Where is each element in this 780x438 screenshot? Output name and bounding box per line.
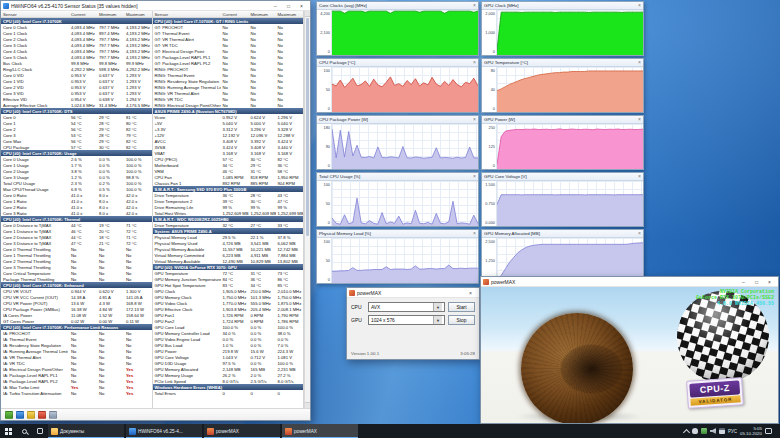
- sensor-row[interactable]: Core 2 Usage3.8 %0.0 %100.0 %: [1, 168, 152, 174]
- sensor-row[interactable]: IA: Max Turbo LimitYesNoYes: [1, 384, 152, 390]
- sensor-row[interactable]: GT: Package-Level RAPL PL1NoNoNo: [153, 54, 304, 60]
- cpu-start-button[interactable]: Start: [448, 302, 475, 312]
- sensor-row[interactable]: Max CPU/Thread Usage6.8 %0.5 %100.0 %: [1, 186, 152, 192]
- close-icon[interactable]: ×: [763, 277, 776, 286]
- sensor-row[interactable]: CPU Package57 °C30 °C82 °C: [1, 144, 152, 150]
- action-center-icon[interactable]: [765, 428, 772, 434]
- sensor-row[interactable]: Drive Remaining Life99 %99 %99 %: [153, 204, 304, 210]
- sensor-row[interactable]: IA Cores Power11.08 W1.52 W158.64 W: [1, 312, 152, 318]
- sensor-row[interactable]: Virtual Memory Available12,490 MB10,829 …: [153, 258, 304, 264]
- sensor-row[interactable]: Chassis Fan 1892 RPM885 RPM904 RPM: [153, 180, 304, 186]
- graph-titlebar[interactable]: Physical Memory Load [%]×: [317, 230, 478, 238]
- close-icon[interactable]: ×: [464, 288, 477, 297]
- column-header[interactable]: Minimum: [249, 12, 276, 17]
- sensor-row[interactable]: Core 2 Clock4,093.4 MHz797.7 MHz4,193.2 …: [1, 36, 152, 42]
- sensor-row[interactable]: Motherboard34 °C29 °C36 °C: [153, 162, 304, 168]
- close-icon[interactable]: ×: [638, 117, 641, 122]
- logging-icon[interactable]: [38, 411, 46, 419]
- graph-titlebar[interactable]: CPU Package [°C]×: [317, 59, 478, 67]
- column-header[interactable]: Sensor: [153, 12, 221, 17]
- sensor-row[interactable]: CPU Package Power (SMBus)16.38 W4.84 W17…: [1, 306, 152, 312]
- maximize-icon[interactable]: □: [282, 1, 295, 10]
- sensor-row[interactable]: IA: VR Thermal AlertNoNoNo: [1, 354, 152, 360]
- sensor-row[interactable]: GPU Core Voltage1.043 V0.712 V1.081 V: [153, 354, 304, 360]
- sensor-row[interactable]: +5V5.040 V5.000 V5.040 V: [153, 120, 304, 126]
- sensor-row[interactable]: RING: Residency State RegulationNoNoNo: [153, 78, 304, 84]
- close-icon[interactable]: ×: [638, 60, 641, 65]
- sensor-row[interactable]: Core 2 Distance to TjMAX44 °C18 °C71 °C: [1, 234, 152, 240]
- close-icon[interactable]: ×: [638, 174, 641, 179]
- sensor-row[interactable]: GPU Temperature72 °C31 °C73 °C: [153, 270, 304, 276]
- language-indicator[interactable]: РУС: [728, 429, 737, 434]
- column-header[interactable]: Current: [69, 12, 97, 17]
- sensor-row[interactable]: Core 1 Usage1.7 %0.0 %100.0 %: [1, 162, 152, 168]
- sensor-row[interactable]: Drive Temperature 239 °C30 °C47 °C: [153, 198, 304, 204]
- sensor-row[interactable]: CPU (PECI)57 °C30 °C82 °C: [153, 156, 304, 162]
- sensor-row[interactable]: Physical Memory Used4,726 MB3,541 MB6,06…: [153, 240, 304, 246]
- sensor-row[interactable]: Core 3 Clock4,093.4 MHz797.7 MHz4,193.2 …: [1, 42, 152, 48]
- sensor-row[interactable]: Total Host Writes1,252,609 MB1,252,609 M…: [153, 210, 304, 216]
- sensor-row[interactable]: Core 1 VID0.953 V0.637 V1.293 V: [1, 78, 152, 84]
- settings-icon[interactable]: [49, 411, 57, 419]
- sensor-row[interactable]: Core 2 Ratio41.0 x8.0 x42.0 x: [1, 204, 152, 210]
- sensor-row[interactable]: Core 256 °C29 °C82 °C: [1, 126, 152, 132]
- scroll-up-icon[interactable]: [305, 11, 310, 17]
- graph-titlebar[interactable]: GPU Clock [MHz]×: [482, 2, 643, 10]
- sensor-row[interactable]: Core 3 Ratio41.0 x8.0 x42.0 x: [1, 210, 152, 216]
- sensor-row[interactable]: RING: PROCHOTNoNoNo: [153, 66, 304, 72]
- sensor-row[interactable]: Package Thermal ThrottlingNoNoNo: [1, 276, 152, 282]
- sensor-row[interactable]: IA: Package-Level RAPL PL1NoNoYes: [1, 372, 152, 378]
- taskbar-app-powermax[interactable]: powerMAX: [282, 424, 358, 438]
- sensor-row[interactable]: Average Effective Clock1,024.6 MHz31.4 M…: [1, 102, 152, 108]
- sensor-row[interactable]: GPU Effective Clock1,903.8 MHz205.4 MHz2…: [153, 306, 304, 312]
- sensor-row[interactable]: Core Critical TemperatureNoNoNo: [1, 270, 152, 276]
- task-view-button[interactable]: [32, 424, 47, 438]
- sensor-row[interactable]: CPU Fan1,085 RPM818 RPM1,950 RPM: [153, 174, 304, 180]
- sensor-row[interactable]: GPU D3D Usage97.5 %0.0 %100.0 %: [153, 360, 304, 366]
- close-icon[interactable]: ×: [473, 231, 476, 236]
- sensor-row[interactable]: CPU VR VCC Current (IOUT)14.38 A4.81 A14…: [1, 294, 152, 300]
- sensor-row[interactable]: PCIe Link Speed8.0 GT/s2.5 GT/s8.0 GT/s: [153, 378, 304, 384]
- sensor-row[interactable]: Core Max56 °C29 °C82 °C: [1, 138, 152, 144]
- sensor-row[interactable]: Core 1 Clock4,093.4 MHz897.4 MHz4,193.2 …: [1, 30, 152, 36]
- render-titlebar[interactable]: powerMAX – □ ×: [481, 277, 778, 287]
- sensor-row[interactable]: IA: Running Average Thermal LimitNoNoNo: [1, 348, 152, 354]
- sensor-row[interactable]: Virtual Memory Committed6,223 MB4,911 MB…: [153, 252, 304, 258]
- sensor-row[interactable]: Core 1 Ratio41.0 x8.0 x42.0 x: [1, 198, 152, 204]
- sensor-row[interactable]: IA: VR TDCNoNoNo: [1, 360, 152, 366]
- sensor-row[interactable]: GPU Clock1,905.0 MHz210.0 MHz2,010.0 MHz: [153, 288, 304, 294]
- sensor-row[interactable]: IA: Turbo Transition AttenuationNoNoYes: [1, 390, 152, 396]
- sensor-row[interactable]: Core 2 VID0.953 V0.637 V1.293 V: [1, 84, 152, 90]
- sensor-row[interactable]: IA: PROCHOTNoNoNo: [1, 330, 152, 336]
- maximize-icon[interactable]: □: [750, 277, 763, 286]
- sensor-row[interactable]: GT: VR TDCNoNoNo: [153, 42, 304, 48]
- sensor-row[interactable]: GT: PROCHOTNoNoNo: [153, 24, 304, 30]
- sensor-row[interactable]: RING: VR Thermal AlertNoNoNo: [153, 90, 304, 96]
- sensor-row[interactable]: IA: Package-Level RAPL PL2NoNoYes: [1, 378, 152, 384]
- column-header[interactable]: Maximum: [124, 12, 151, 17]
- column-header[interactable]: Current: [221, 12, 249, 17]
- gpu-resolution-select[interactable]: 1024 x 576 ▼: [368, 315, 445, 325]
- sensor-row[interactable]: Core 2 Thermal ThrottlingNoNoNo: [1, 258, 152, 264]
- sensor-row[interactable]: CPU VR Power (POUT)13.6 W4.3 W168.8 W: [1, 300, 152, 306]
- sensor-row[interactable]: Core 0 Ratio41.0 x8.0 x42.0 x: [1, 192, 152, 198]
- reset-values-icon[interactable]: [5, 411, 13, 419]
- hwinfo-titlebar[interactable]: HWiNFO64 v6.25-4170 Sensor Status [35 va…: [1, 1, 310, 11]
- sensor-row[interactable]: Effective VID0.954 V0.638 V1.294 V: [1, 96, 152, 102]
- graph-titlebar[interactable]: GPU Core Voltage [V]×: [482, 173, 643, 181]
- sensor-row[interactable]: Physical Memory Available11,557 MB10,221…: [153, 246, 304, 252]
- start-button[interactable]: [0, 424, 17, 438]
- graph-titlebar[interactable]: Core Clocks (avg) [MHz]×: [317, 2, 478, 10]
- gpu-stop-button[interactable]: Stop: [448, 315, 475, 325]
- minimize-icon[interactable]: –: [737, 277, 750, 286]
- sensor-row[interactable]: RING: VR TDCNoNoNo: [153, 96, 304, 102]
- search-button[interactable]: [17, 424, 32, 438]
- sensor-row[interactable]: GPU Memory Junction Temperature84 °C36 °…: [153, 276, 304, 282]
- powermax-dialog-titlebar[interactable]: powerMAX ×: [347, 288, 479, 298]
- minimize-icon[interactable]: –: [269, 1, 282, 10]
- sensor-row[interactable]: Core 3 Usage1.2 %0.0 %98.8 %: [1, 174, 152, 180]
- column-header[interactable]: Sensor: [1, 12, 69, 17]
- graph-titlebar[interactable]: CPU Package Power [W]×: [317, 116, 478, 124]
- tray-clock[interactable]: 5:05 05.10.2020: [740, 426, 762, 436]
- sensor-row[interactable]: Core 1 Distance to TjMAX46 °C20 °C72 °C: [1, 228, 152, 234]
